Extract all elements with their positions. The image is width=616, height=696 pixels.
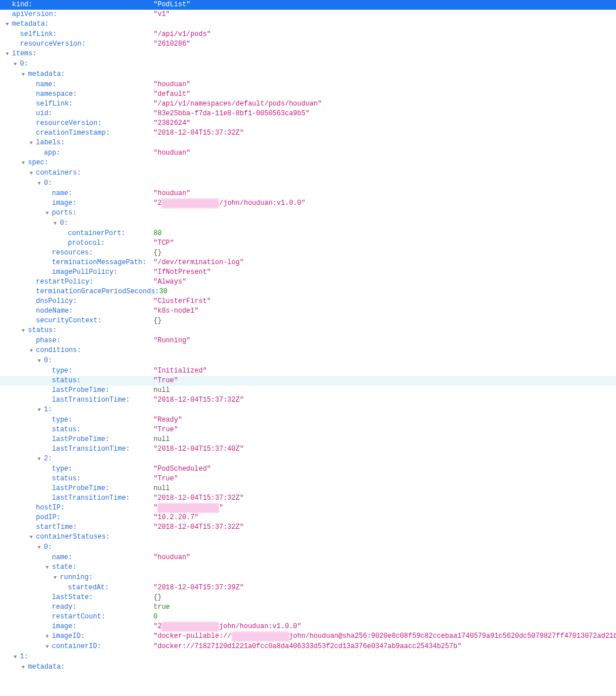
tree-row[interactable]: startTime:"2018-12-04T15:37:32Z" <box>0 523 616 532</box>
expand-toggle-icon[interactable] <box>22 159 27 168</box>
expand-toggle-icon[interactable] <box>14 60 19 70</box>
tree-row[interactable]: name:"houduan" <box>0 80 616 90</box>
tree-row[interactable]: name:"houduan" <box>0 189 616 199</box>
tree-row[interactable]: lastTransitionTime:"2018-12-04T15:37:40Z… <box>0 444 616 454</box>
tree-row[interactable]: ports: <box>0 208 616 218</box>
tree-row[interactable]: 0: <box>0 356 616 366</box>
tree-row[interactable]: protocol:"TCP" <box>0 238 616 248</box>
tree-row[interactable]: app:"houduan" <box>0 148 616 158</box>
tree-row[interactable]: lastProbeTime:null <box>0 435 616 444</box>
expand-toggle-icon[interactable] <box>46 209 51 218</box>
tree-row[interactable]: 1: <box>0 652 616 662</box>
tree-row[interactable]: resourceVersion:"2382624" <box>0 119 616 128</box>
tree-row[interactable]: imagePullPolicy:"IfNotPresent" <box>0 268 616 277</box>
tree-row[interactable]: status:"True" <box>0 474 616 484</box>
tree-row[interactable]: kind:"PodList" <box>0 0 616 10</box>
tree-row[interactable]: securityContext:{} <box>0 316 616 326</box>
expand-toggle-icon[interactable] <box>38 357 43 366</box>
tree-row[interactable]: hostIP:"100.100.100.100" <box>0 503 616 513</box>
expand-toggle-icon[interactable] <box>30 169 35 179</box>
tree-row[interactable]: metadata: <box>0 662 616 673</box>
tree-row[interactable]: metadata: <box>0 70 616 80</box>
tree-row[interactable]: status: <box>0 326 616 336</box>
expand-toggle-icon[interactable] <box>30 346 35 356</box>
tree-row[interactable]: podIP:"10.2.20.7" <box>0 513 616 523</box>
key-column: startedAt: <box>2 583 153 593</box>
tree-row[interactable]: lastState:{} <box>0 593 616 602</box>
expand-toggle-icon[interactable] <box>46 642 51 652</box>
tree-row[interactable]: imageID:"docker-pullable://10.100.100.10… <box>0 632 616 642</box>
tree-row[interactable]: dnsPolicy:"ClusterFirst" <box>0 297 616 306</box>
expand-toggle-icon[interactable] <box>46 632 51 642</box>
tree-row[interactable]: containerID:"docker://71827120d1221a0fcc… <box>0 642 616 652</box>
key-column: state: <box>2 563 153 573</box>
tree-row[interactable]: status:"True" <box>0 425 616 435</box>
tree-row[interactable]: terminationMessagePath:"/dev/termination… <box>0 258 616 268</box>
expand-toggle-icon[interactable] <box>46 563 51 573</box>
tree-row[interactable]: running: <box>0 573 616 583</box>
tree-row[interactable]: metadata: <box>0 19 616 30</box>
expand-toggle-icon[interactable] <box>54 573 59 583</box>
tree-row[interactable]: selfLink:"/api/v1/namespaces/default/pod… <box>0 99 616 109</box>
tree-row[interactable]: labels: <box>0 138 616 148</box>
tree-row[interactable]: startedAt:"2018-12-04T15:37:39Z" <box>0 583 616 593</box>
tree-row[interactable]: status:"True" <box>0 376 616 386</box>
expand-toggle-icon[interactable] <box>38 543 43 553</box>
tree-row[interactable]: 0: <box>0 59 616 70</box>
tree-row[interactable]: containerStatuses: <box>0 532 616 543</box>
expand-toggle-icon[interactable] <box>38 179 43 189</box>
key-column: metadata: <box>2 70 153 80</box>
value-column: "PodScheduled" <box>153 464 614 474</box>
tree-row[interactable]: resources:{} <box>0 248 616 258</box>
tree-row[interactable]: restartCount:0 <box>0 612 616 622</box>
expand-toggle-icon[interactable] <box>30 533 35 543</box>
tree-row[interactable]: state: <box>0 563 616 573</box>
expand-toggle-icon[interactable] <box>30 139 35 148</box>
tree-row[interactable]: 0: <box>0 543 616 553</box>
tree-row[interactable]: 0: <box>0 179 616 189</box>
tree-row[interactable]: spec: <box>0 158 616 168</box>
tree-row[interactable]: lastProbeTime:null <box>0 484 616 493</box>
json-key: status: <box>52 376 80 386</box>
expand-toggle-icon[interactable] <box>6 20 11 30</box>
expand-toggle-icon[interactable] <box>22 70 27 80</box>
tree-row[interactable]: name:"houduan" <box>0 553 616 563</box>
tree-row[interactable]: apiVersion:"v1" <box>0 10 616 19</box>
tree-row[interactable]: image:"210.100.100.100/john/houduan:v1.0… <box>0 199 616 208</box>
tree-row[interactable]: namespace:"default" <box>0 90 616 99</box>
tree-row[interactable]: type:"Ready" <box>0 415 616 425</box>
tree-row[interactable]: 1: <box>0 405 616 415</box>
tree-row[interactable]: nodeName:"k8s-node1" <box>0 306 616 316</box>
tree-row[interactable]: containers: <box>0 168 616 179</box>
expand-toggle-icon[interactable] <box>38 455 43 464</box>
expand-toggle-icon[interactable] <box>22 326 27 336</box>
tree-row[interactable]: type:"Initialized" <box>0 366 616 376</box>
tree-row[interactable]: image:"210.100.100.100john/houduan:v1.0.… <box>0 622 616 632</box>
expand-toggle-icon[interactable] <box>22 663 27 673</box>
json-key: image: <box>52 622 76 632</box>
tree-row[interactable]: items: <box>0 49 616 59</box>
tree-row[interactable]: selfLink:"/api/v1/pods" <box>0 30 616 39</box>
expand-toggle-icon[interactable] <box>38 406 43 415</box>
expand-toggle-icon[interactable] <box>54 219 59 229</box>
tree-row[interactable]: creationTimestamp:"2018-12-04T15:37:32Z" <box>0 128 616 138</box>
tree-row[interactable]: ready:true <box>0 602 616 612</box>
tree-row[interactable]: resourceVersion:"2610286" <box>0 39 616 49</box>
tree-row[interactable]: uid:"83e25bba-f7da-11e8-8bf1-0050563ca9b… <box>0 109 616 119</box>
tree-row[interactable]: phase:"Running" <box>0 336 616 346</box>
expand-toggle-icon[interactable] <box>14 653 19 662</box>
json-key: running: <box>60 573 93 582</box>
tree-row[interactable]: lastTransitionTime:"2018-12-04T15:37:32Z… <box>0 395 616 405</box>
expand-toggle-icon[interactable] <box>6 50 11 59</box>
tree-row[interactable]: containerPort:80 <box>0 229 616 238</box>
tree-row[interactable]: lastProbeTime:null <box>0 386 616 395</box>
tree-row[interactable]: terminationGracePeriodSeconds:30 <box>0 287 616 297</box>
tree-row[interactable]: conditions: <box>0 346 616 356</box>
tree-row[interactable]: lastTransitionTime:"2018-12-04T15:37:32Z… <box>0 493 616 503</box>
tree-row[interactable]: type:"PodScheduled" <box>0 464 616 474</box>
tree-row[interactable]: restartPolicy:"Always" <box>0 277 616 287</box>
tree-row[interactable]: 2: <box>0 454 616 464</box>
json-tree-viewer[interactable]: kind:"PodList"apiVersion:"v1"metadata:se… <box>0 0 616 673</box>
value-str: "2382624" <box>153 119 191 127</box>
tree-row[interactable]: 0: <box>0 218 616 229</box>
